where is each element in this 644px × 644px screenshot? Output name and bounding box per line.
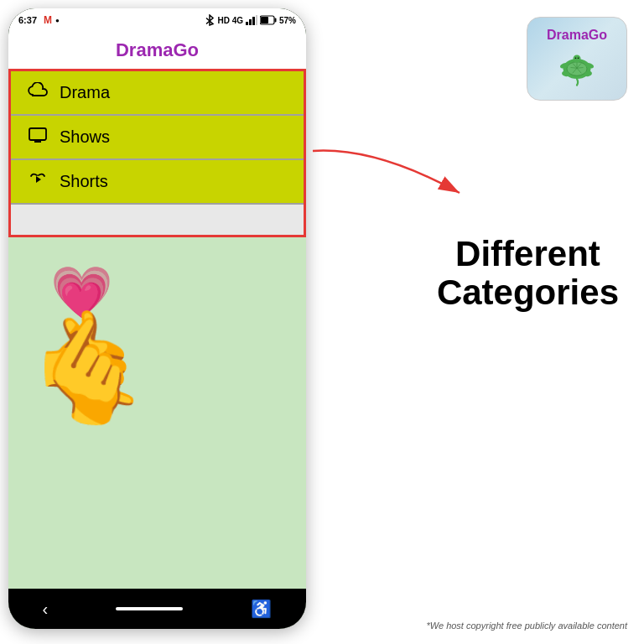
logo-title: DramaGo (547, 28, 607, 43)
dot-icon: ● (55, 17, 60, 24)
back-nav-icon[interactable]: ‹ (43, 600, 49, 619)
categories-line1: Different (455, 234, 600, 273)
battery-label: 57% (279, 16, 296, 25)
phone-screen: 6:37 M ● HD 4G (8, 8, 306, 629)
turtle-icon (552, 48, 602, 90)
phone-container: 6:37 M ● HD 4G (8, 8, 306, 629)
arrow-svg (309, 143, 476, 210)
dropdown-menu: Drama Shows (8, 69, 306, 237)
bluetooth-icon (205, 14, 215, 26)
gmail-icon: M (44, 14, 52, 26)
svg-point-14 (575, 58, 577, 60)
accessibility-nav-icon[interactable]: ♿ (251, 599, 272, 619)
time-display: 6:37 (18, 15, 37, 25)
svg-rect-7 (29, 128, 46, 140)
home-indicator[interactable] (116, 607, 183, 610)
app-header: DramaGo (8, 32, 306, 69)
finger-pointing-emoji: 🫰 (25, 313, 151, 431)
menu-item-drama[interactable]: Drama (11, 71, 304, 116)
svg-rect-2 (252, 17, 255, 25)
svg-point-15 (578, 58, 579, 60)
status-bar: 6:37 M ● HD 4G (8, 8, 306, 32)
bottom-nav: ‹ ♿ (8, 589, 306, 629)
shorts-label: Shorts (60, 172, 108, 191)
cloud-icon (28, 82, 48, 103)
menu-empty-area (11, 205, 304, 235)
svg-rect-5 (274, 18, 276, 23)
shows-label: Shows (60, 127, 110, 147)
svg-point-13 (574, 55, 581, 63)
app-title: DramaGo (116, 39, 199, 61)
app-content: 💗 🤙 🫰 (8, 237, 306, 589)
signal-icon (246, 15, 257, 25)
shorts-icon (28, 171, 48, 192)
svg-rect-6 (261, 17, 268, 23)
status-right: HD 4G 57% (205, 14, 296, 26)
menu-item-shows[interactable]: Shows (11, 116, 304, 160)
copyright-text: *We host copyright free publicly availab… (427, 621, 628, 631)
drama-label: Drama (60, 83, 110, 102)
svg-rect-1 (249, 19, 252, 25)
categories-line2: Categories (437, 273, 619, 312)
right-content: DramaGo (527, 17, 627, 101)
categories-heading: Different Categories (437, 235, 619, 312)
svg-rect-0 (246, 22, 248, 25)
battery-icon (260, 15, 277, 25)
svg-rect-3 (256, 15, 257, 25)
dramago-logo-box: DramaGo (527, 17, 627, 101)
menu-item-shorts[interactable]: Shorts (11, 160, 304, 205)
arrow-container (309, 143, 476, 210)
network-label: HD 4G (217, 16, 243, 25)
status-left: 6:37 M ● (18, 14, 60, 26)
tv-icon (28, 127, 48, 148)
